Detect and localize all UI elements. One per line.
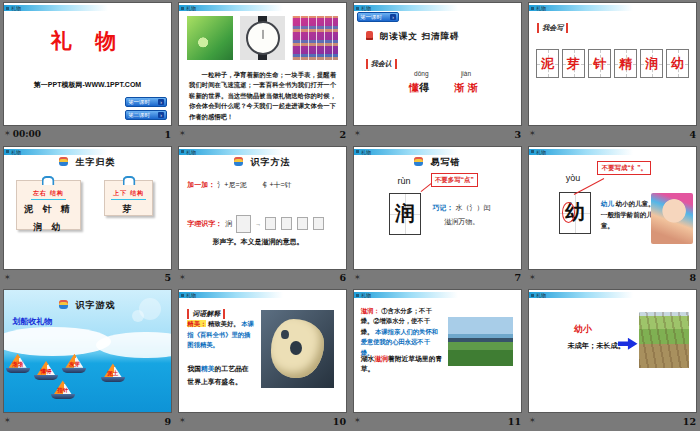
hull-shape [34,375,58,380]
animation-star-icon[interactable]: ✶ [354,130,361,138]
slide-info-strip: ✶ 5 [4,271,171,285]
animation-star-icon[interactable]: ✶ [4,130,11,138]
slide-title: 礼 物 [4,27,171,55]
example-sentence: 我国 [187,365,201,372]
slide-thumbnail-10[interactable]: 礼物 词语解释 精美： 精致美好。 本课指《百科全书》里的插图很精美。 我国精美… [179,290,346,412]
paper-clip-icon [122,176,135,185]
rehearsal-timing: 00:00 [13,129,41,139]
slide-thumbnail-5[interactable]: 礼物 生字归类 左右 结构 泥 针 精 润 幼 上下 结构 芽 [4,147,171,269]
slide-cell-2: 礼物 一粒种子，孕育着新的生命；一块手表，提醒着我们时间在飞速流逝；一套百科全书… [175,0,350,144]
write-character: 润 [390,194,420,234]
card-characters: 芽 [105,200,152,219]
card-title: 上下 结构 [111,186,146,200]
tip-label: 巧记： [432,204,453,211]
animation-star-icon[interactable]: ✶ [4,274,11,282]
animation-star-icon[interactable]: ✶ [529,130,536,138]
character-grid-box: 精 [614,49,637,78]
cloud-shape [4,327,111,356]
sail-word: 指针 [51,387,75,394]
write-character: 幼 [667,50,688,77]
card-characters: 润 幼 [17,218,80,237]
slide-thumbnail-9[interactable]: 识字游戏 划船收礼物 渐渐 懂得 发芽 泥土 [4,290,171,412]
word-boat[interactable]: 懂得 [34,361,58,382]
hull-shape [51,394,75,399]
glossary-tag: 词语解释 [187,309,225,319]
lesson1-button[interactable]: 第一课时 › [357,12,399,22]
write-tag: 我会写 [537,23,568,33]
hull-shape [6,368,30,373]
animation-star-icon[interactable]: ✶ [179,130,186,138]
slide-header-label: 礼物 [186,5,196,11]
write-character: 针 [589,50,610,77]
slide-header-bar: 礼物 [4,149,108,155]
books-image [292,16,337,60]
slide-header-bar: 礼物 [529,5,633,11]
word-boat[interactable]: 指针 [51,380,75,401]
pinyin-label: jiàn [461,70,471,77]
animation-star-icon[interactable]: ✶ [354,417,361,425]
hull-shape [101,377,125,382]
slide-thumbnail-12[interactable]: 礼物 幼小 未成年；未长成。 [529,290,696,412]
slide-cell-12: 礼物 幼小 未成年；未长成。 ✶ 12 [525,287,700,431]
animation-star-icon[interactable]: ✶ [354,274,361,282]
word-boat[interactable]: 泥土 [101,363,125,384]
slide-thumbnail-2[interactable]: 礼物 一粒种子，孕育着新的生命；一块手表，提醒着我们时间在飞速流逝；一套百科全书… [179,3,346,125]
slide-number: 7 [514,272,521,283]
animation-star-icon[interactable]: ✶ [179,274,186,282]
slide-thumbnail-3[interactable]: 礼物 第一课时 › 朗读课文 扫清障碍 我会认 dǒng jiàn 懂得 渐 渐 [354,3,521,125]
tip-text: 滋润万物。 [444,217,479,227]
vocab-word: 滋润： [361,307,380,314]
lesson1-button-label: 第一课时 [128,99,150,106]
intro-paragraph: 一粒种子，孕育着新的生命；一块手表，提醒着我们时间在飞速流逝；一套百科全书为我们… [189,70,336,122]
reading-seal-icon [366,31,373,40]
word-boat[interactable]: 渐渐 [6,354,30,375]
slide-cell-5: 礼物 生字归类 左右 结构 泥 针 精 润 幼 上下 结构 芽 ✶ 5 [0,144,175,288]
section-badge-icon [414,157,423,166]
slide-header-label: 礼物 [361,5,371,11]
hull-shape [62,368,86,373]
lesson2-button[interactable]: 第二课时 › [125,110,167,120]
lesson1-button[interactable]: 第一课时 › [125,97,167,107]
slide-number: 11 [508,416,521,427]
words-tag: 我会认 [366,59,397,69]
card-characters: 泥 针 精 [17,200,80,219]
slide-info-strip: ✶ 00:00 1 [4,127,171,141]
slide-info-strip: ✶ 3 [354,127,521,141]
vocab-word: 精美： [187,320,206,327]
slide-info-strip: ✶ 2 [179,127,346,141]
chevron-right-icon: › [158,99,164,105]
slide-sorter-grid: 礼物 礼 物 第一PPT模板网-WWW.1PPT.COM 第一课时 › 第二课时… [0,0,700,431]
paper-clip-icon [42,176,55,185]
slide-number: 8 [689,272,696,283]
slide-header-label: 礼物 [11,5,21,11]
character-evolution-image [313,217,324,230]
slide-thumbnail-6[interactable]: 礼物 识字方法 加一加： 氵+尼=泥 钅+十=针 字理识字： 润 → [179,147,346,269]
slide-thumbnail-8[interactable]: 礼物 不要写成“纟”。 yòu 幼 幼儿 幼小的儿童。一般指学龄前的儿童。 [529,147,696,269]
slide-thumbnail-7[interactable]: 礼物 易写错 rùn 不要多写“点” 润 巧记： 水（氵）闰 滋润万物。 [354,147,521,269]
example-highlight: 滋润 [374,355,388,362]
character-grid-box: 针 [588,49,611,78]
vocab-word: 幼小 [574,323,592,336]
animation-star-icon[interactable]: ✶ [529,274,536,282]
sail-word: 懂得 [34,368,58,375]
vocab-definition: 精致美好。 [208,320,239,327]
animation-star-icon[interactable]: ✶ [179,417,186,425]
slide-header-label: 礼物 [361,149,371,155]
sail-word: 泥土 [101,370,125,377]
animation-star-icon[interactable]: ✶ [4,417,11,425]
animation-star-icon[interactable]: ✶ [529,417,536,425]
word-boat[interactable]: 发芽 [62,354,86,375]
character-grid-box: 泥 [536,49,559,78]
new-word-red: 渐 渐 [454,81,477,95]
vocab-context-note: 本课指亲人们的关怀和爱意使我的心田永远不干燥。 [361,328,438,356]
warning-callout: 不要写成“纟”。 [597,161,651,175]
slide-thumbnail-11[interactable]: 礼物 滋润： ①含水分多；不干燥。②增添水分，使不干燥。 本课指亲人们的关怀和爱… [354,290,521,412]
slide-thumbnail-4[interactable]: 礼物 我会写 泥 芽 针 精 润 幼 [529,3,696,125]
slide-number: 1 [164,129,171,140]
slide-thumbnail-1[interactable]: 礼物 礼 物 第一PPT模板网-WWW.1PPT.COM 第一课时 › 第二课时… [4,3,171,125]
method-label: 字理识字： [187,219,222,229]
slide-info-strip: ✶ 10 [179,414,346,428]
slide-number: 2 [339,129,346,140]
lakeside-photo [448,317,513,366]
lesson1-button-label: 第一课时 [360,14,382,21]
